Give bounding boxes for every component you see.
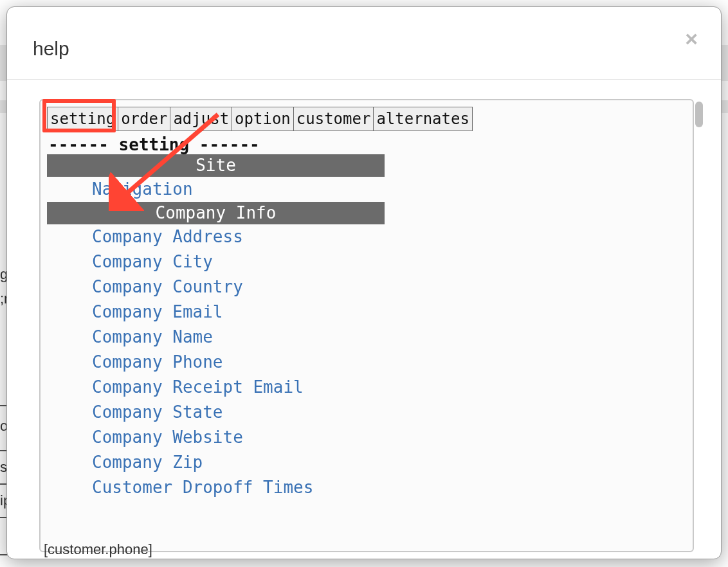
link-company-city[interactable]: Company City	[47, 249, 385, 274]
link-company-website[interactable]: Company Website	[47, 425, 385, 450]
tab-adjust[interactable]: adjust	[170, 107, 232, 131]
link-company-name[interactable]: Company Name	[47, 325, 385, 350]
tab-customer[interactable]: customer	[293, 107, 374, 131]
tab-alternates[interactable]: alternates	[374, 107, 473, 131]
link-company-zip[interactable]: Company Zip	[47, 450, 385, 475]
help-modal: help × setting order adjust option custo…	[6, 6, 722, 559]
link-company-receipt-email[interactable]: Company Receipt Email	[47, 375, 385, 400]
link-company-email[interactable]: Company Email	[47, 300, 385, 325]
block-company-info: Company Info Company Address Company Cit…	[47, 202, 385, 500]
tabs-row: setting order adjust option customer alt…	[47, 107, 473, 131]
tab-order[interactable]: order	[118, 107, 170, 131]
modal-body: setting order adjust option customer alt…	[7, 80, 721, 559]
modal-title: help	[33, 38, 69, 60]
bg-text: [customer.phone]	[44, 541, 152, 558]
block-heading: Company Info	[47, 202, 385, 224]
link-customer-dropoff-times[interactable]: Customer Dropoff Times	[47, 475, 385, 500]
link-company-state[interactable]: Company State	[47, 400, 385, 425]
block-heading: Site	[47, 154, 385, 177]
tab-setting[interactable]: setting	[48, 107, 118, 131]
link-navigation[interactable]: Navigation	[47, 177, 385, 202]
link-company-address[interactable]: Company Address	[47, 224, 385, 249]
link-company-phone[interactable]: Company Phone	[47, 350, 385, 375]
modal-header: help ×	[7, 7, 721, 80]
section-heading: ------ setting ------	[47, 135, 686, 154]
close-icon[interactable]: ×	[685, 28, 698, 50]
help-content: setting order adjust option customer alt…	[39, 99, 694, 552]
link-company-country[interactable]: Company Country	[47, 274, 385, 300]
scrollbar-thumb[interactable]	[695, 102, 703, 127]
tab-option[interactable]: option	[232, 107, 294, 131]
block-site: Site Navigation	[47, 154, 385, 202]
